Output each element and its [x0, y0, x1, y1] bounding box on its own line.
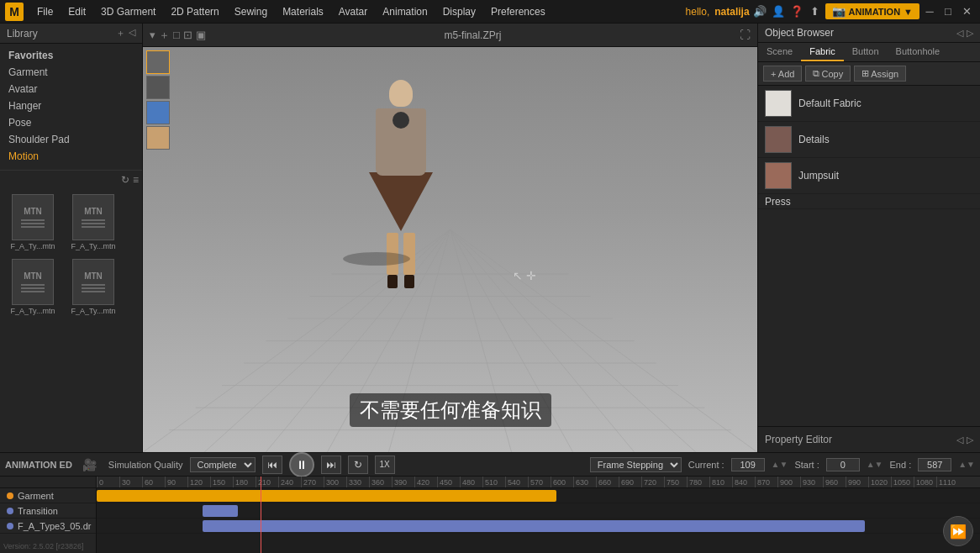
panel-expand-icon[interactable]: ▷ — [967, 28, 973, 39]
menu-preferences[interactable]: Preferences — [484, 4, 552, 19]
nav-section: Favorites Garment Avatar Hanger Pose Sho… — [0, 44, 142, 168]
share-icon[interactable]: ⬆ — [807, 3, 824, 20]
refresh-icon[interactable]: ↻ — [121, 174, 129, 186]
sim-quality-select[interactable]: Complete Normal Fast — [190, 457, 256, 472]
start-frame-input[interactable] — [826, 458, 860, 471]
list-item[interactable]: MTN F_A_Ty...mtn — [64, 191, 123, 254]
vp-icon-2[interactable]: ＋ — [159, 28, 170, 43]
vp-icon-1[interactable]: ▾ — [150, 29, 155, 41]
menu-file[interactable]: File — [30, 4, 60, 19]
prop-expand-icon[interactable]: ▷ — [967, 434, 973, 445]
anim-skip-end-btn[interactable]: ⏭ — [321, 456, 341, 474]
ruler-mark-8: 240 — [278, 477, 301, 487]
nav-shoulder-pad[interactable]: Shoulder Pad — [0, 131, 142, 148]
nav-garment[interactable]: Garment — [0, 64, 142, 81]
thumb-2[interactable] — [146, 101, 170, 124]
menu-3dgarment[interactable]: 3D Garment — [94, 4, 162, 19]
user-icon[interactable]: 👤 — [770, 3, 787, 20]
end-frame-input[interactable] — [918, 458, 951, 471]
file-name-2: F_A_Ty...mtn — [11, 307, 55, 315]
sound-icon[interactable]: 🔊 — [751, 3, 768, 20]
list-item[interactable]: MTN F_A_Ty...mtn — [3, 255, 62, 319]
copy-icon: ⧉ — [813, 68, 819, 79]
end-frame-arrows[interactable]: ▲▼ — [958, 460, 975, 469]
maximize-icon[interactable]: □ — [940, 3, 956, 20]
ruler-mark-28: 840 — [732, 477, 755, 487]
menu-edit[interactable]: Edit — [61, 4, 92, 19]
file-type-1: MTN — [84, 207, 103, 216]
file-name-3: F_A_Ty...mtn — [71, 307, 116, 315]
fast-forward-button[interactable]: ⏩ — [943, 516, 973, 546]
timeline-tracks[interactable]: 0306090120150180210240270300330360390420… — [97, 477, 980, 553]
file-icon-2: MTN — [12, 259, 54, 305]
start-frame-arrows[interactable]: ▲▼ — [867, 460, 883, 469]
tab-buttonhole[interactable]: Buttonhole — [888, 43, 949, 61]
fabric-item-jumpsuit[interactable]: Jumpsuit — [758, 158, 980, 194]
prop-pin-icon[interactable]: ◁ — [956, 434, 963, 445]
fabric-item-press[interactable]: Press — [758, 194, 980, 209]
list-item[interactable]: MTN F_A_Ty...mtn — [64, 255, 123, 319]
playhead[interactable] — [261, 477, 261, 553]
divider — [0, 170, 142, 171]
nav-pose[interactable]: Pose — [0, 114, 142, 131]
fabric-item-default[interactable]: Default Fabric — [758, 86, 980, 122]
assign-button[interactable]: ⊞ Assign — [854, 66, 906, 82]
animation-badge[interactable]: 📷 ANIMATION ▼ — [825, 3, 919, 19]
current-frame-input[interactable] — [731, 458, 765, 471]
nav-avatar[interactable]: Avatar — [0, 81, 142, 97]
timeline-area: Garment Transition F_A_Type3_05.dr 03060… — [0, 477, 980, 553]
file-type-2: MTN — [24, 271, 42, 281]
ruler-mark-23: 690 — [619, 477, 641, 487]
expand-icon[interactable]: ◁ — [129, 27, 135, 40]
ruler-mark-25: 750 — [664, 477, 687, 487]
tab-button[interactable]: Button — [844, 43, 888, 61]
nav-motion[interactable]: Motion — [0, 148, 142, 165]
thumb-1[interactable] — [146, 76, 170, 99]
anim-loop-btn[interactable]: ↻ — [348, 456, 368, 474]
current-frame-arrows[interactable]: ▲▼ — [772, 460, 788, 469]
vp-expand-icon[interactable]: ⛶ — [740, 29, 751, 41]
list-item[interactable]: MTN F_A_Ty...mtn — [3, 191, 62, 254]
camera-icon: 📷 — [832, 5, 846, 18]
menu-display[interactable]: Display — [436, 4, 482, 19]
object-browser-header: Object Browser ◁ ▷ — [758, 24, 980, 43]
menu-avatar[interactable]: Avatar — [332, 4, 374, 19]
nav-hanger[interactable]: Hanger — [0, 97, 142, 114]
anim-camera-icon[interactable]: 🎥 — [82, 458, 97, 471]
track-row-fa[interactable] — [97, 519, 980, 534]
ruler-mark-14: 420 — [414, 477, 437, 487]
fabric-item-details[interactable]: Details — [758, 122, 980, 158]
list-view-icon[interactable]: ≡ — [133, 174, 139, 186]
fabric-name-jumpsuit: Jumpsuit — [798, 170, 839, 182]
vp-icon-3[interactable]: □ — [173, 29, 180, 41]
frame-stepping-select[interactable]: Frame Stepping — [590, 457, 682, 472]
tab-fabric[interactable]: Fabric — [801, 43, 844, 61]
anim-pause-btn[interactable]: ⏸ — [289, 452, 314, 477]
vp-icon-5[interactable]: ▣ — [196, 29, 206, 41]
anim-skip-start-btn[interactable]: ⏮ — [262, 456, 282, 474]
tab-scene[interactable]: Scene — [758, 43, 801, 61]
anim-1x-btn[interactable]: 1X — [375, 456, 395, 474]
add-icon[interactable]: ＋ — [116, 27, 125, 40]
close-icon[interactable]: ✕ — [958, 3, 975, 20]
hello-text: hello, — [686, 6, 710, 18]
panel-pin-icon[interactable]: ◁ — [956, 28, 963, 39]
track-row-garment[interactable] — [97, 488, 980, 503]
viewport-3d[interactable]: ↖ ✛ 不需要任何准备知识 — [143, 47, 757, 452]
track-row-transition[interactable] — [97, 503, 980, 519]
menu-2dpattern[interactable]: 2D Pattern — [164, 4, 225, 19]
thumb-0[interactable] — [146, 50, 170, 74]
menu-sewing[interactable]: Sewing — [228, 4, 274, 19]
add-button[interactable]: + Add — [763, 66, 802, 82]
minimize-icon[interactable]: ─ — [921, 3, 938, 20]
menu-animation[interactable]: Animation — [376, 4, 434, 19]
library-content: ↻ ≡ MTN F_A_Ty...mtn MTN F_A_Ty...mtn — [0, 172, 142, 452]
copy-button[interactable]: ⧉ Copy — [805, 66, 851, 82]
menu-materials[interactable]: Materials — [276, 4, 330, 19]
help-icon[interactable]: ❓ — [788, 3, 805, 20]
animation-badge-label: ANIMATION — [849, 7, 901, 17]
ruler-mark-30: 900 — [777, 477, 800, 487]
thumb-3[interactable] — [146, 126, 170, 150]
vp-icon-4[interactable]: ⊡ — [183, 29, 192, 41]
track-bar-garment — [97, 490, 556, 502]
